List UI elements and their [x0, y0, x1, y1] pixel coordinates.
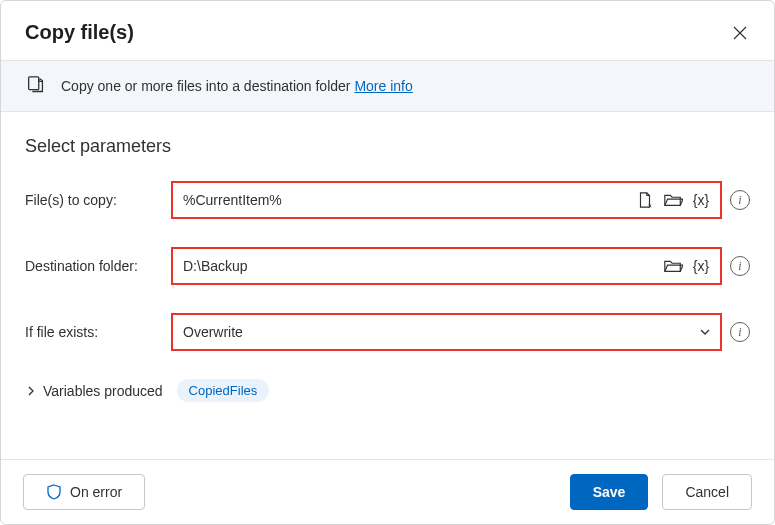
files-to-copy-field[interactable]: {x}	[171, 181, 722, 219]
svg-rect-0	[29, 77, 39, 90]
browse-dest-folder-button[interactable]	[662, 255, 684, 277]
if-file-exists-value: Overwrite	[183, 324, 692, 340]
on-error-label: On error	[70, 484, 122, 500]
variable-icon: {x}	[693, 192, 709, 208]
file-plus-icon	[636, 191, 654, 209]
banner-desc: Copy one or more files into a destinatio…	[61, 78, 354, 94]
insert-variable-dest-button[interactable]: {x}	[690, 255, 712, 277]
banner-text: Copy one or more files into a destinatio…	[61, 78, 413, 94]
copy-icon	[25, 75, 47, 97]
variables-produced-row: Variables produced CopiedFiles	[25, 379, 750, 402]
files-to-copy-input[interactable]	[183, 192, 628, 208]
files-to-copy-label: File(s) to copy:	[25, 192, 163, 208]
shield-icon	[46, 484, 62, 500]
footer-right: Save Cancel	[570, 474, 752, 510]
dialog-footer: On error Save Cancel	[1, 459, 774, 524]
dialog-title: Copy file(s)	[25, 21, 134, 44]
destination-folder-field[interactable]: {x}	[171, 247, 722, 285]
cancel-button[interactable]: Cancel	[662, 474, 752, 510]
dest-help-button[interactable]: i	[730, 256, 750, 276]
section-title: Select parameters	[25, 136, 750, 157]
if-file-exists-label: If file exists:	[25, 324, 163, 340]
files-help-button[interactable]: i	[730, 190, 750, 210]
variable-chip[interactable]: CopiedFiles	[177, 379, 270, 402]
files-to-copy-row: File(s) to copy: {x} i	[25, 181, 750, 219]
select-file-button[interactable]	[634, 189, 656, 211]
close-icon	[733, 26, 747, 40]
folder-open-icon	[663, 191, 683, 209]
browse-folder-button[interactable]	[662, 189, 684, 211]
if-file-exists-row: If file exists: Overwrite i	[25, 313, 750, 351]
chevron-down-icon	[698, 325, 712, 339]
close-button[interactable]	[730, 23, 750, 43]
folder-open-icon	[663, 257, 683, 275]
destination-folder-input[interactable]	[183, 258, 656, 274]
insert-variable-button[interactable]: {x}	[690, 189, 712, 211]
if-file-exists-dropdown[interactable]: Overwrite	[171, 313, 722, 351]
exists-help-button[interactable]: i	[730, 322, 750, 342]
save-button[interactable]: Save	[570, 474, 649, 510]
dialog-body: Select parameters File(s) to copy: {x}	[1, 112, 774, 459]
variables-produced-label: Variables produced	[43, 383, 163, 399]
chevron-right-icon	[25, 385, 37, 397]
info-banner: Copy one or more files into a destinatio…	[1, 60, 774, 112]
more-info-link[interactable]: More info	[354, 78, 412, 94]
variable-icon: {x}	[693, 258, 709, 274]
destination-folder-label: Destination folder:	[25, 258, 163, 274]
variables-produced-expander[interactable]: Variables produced	[25, 383, 163, 399]
on-error-button[interactable]: On error	[23, 474, 145, 510]
copy-files-dialog: Copy file(s) Copy one or more files into…	[0, 0, 775, 525]
dialog-header: Copy file(s)	[1, 1, 774, 60]
destination-folder-row: Destination folder: {x} i	[25, 247, 750, 285]
